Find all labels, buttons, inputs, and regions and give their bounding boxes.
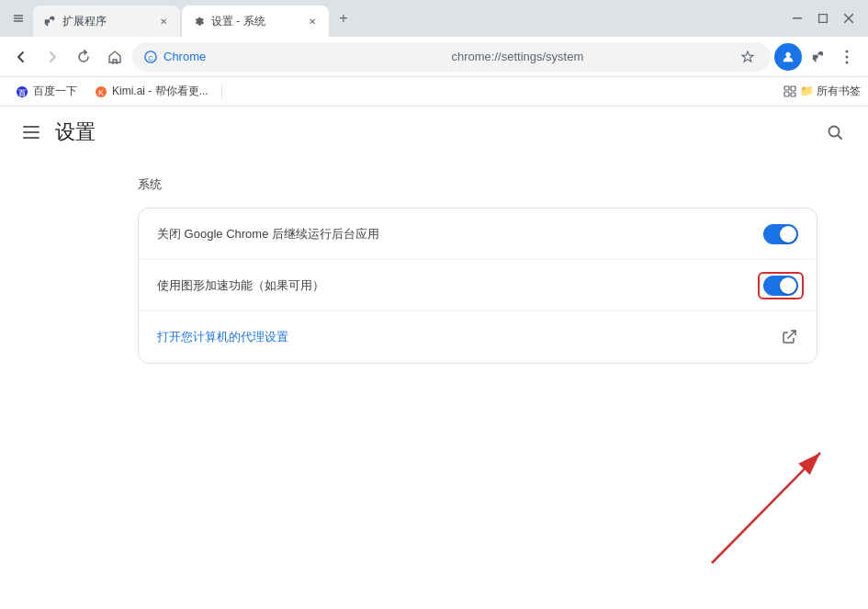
toolbar: C Chrome chrome://settings/system <box>0 37 868 77</box>
settings-favicon <box>191 14 206 28</box>
hardware-accel-label: 使用图形加速功能（如果可用） <box>157 277 763 294</box>
settings-main: 系统 关闭 Google Chrome 后继续运行后台应用 使用图形加速功能（如… <box>101 158 868 609</box>
all-bookmarks[interactable]: 📁 所有书签 <box>783 84 861 99</box>
maximize-button[interactable] <box>811 6 835 30</box>
extensions-tab-close[interactable]: ✕ <box>156 14 171 28</box>
svg-rect-19 <box>23 131 39 133</box>
window-controls <box>778 6 868 30</box>
svg-rect-0 <box>793 17 802 19</box>
site-name: Chrome <box>163 50 443 63</box>
svg-text:百: 百 <box>18 88 26 96</box>
home-button[interactable] <box>101 43 129 71</box>
address-actions <box>736 45 760 69</box>
settings-tab-close[interactable]: ✕ <box>305 14 320 28</box>
background-apps-row: 关闭 Google Chrome 后继续运行后台应用 <box>139 209 817 260</box>
close-button[interactable] <box>837 6 861 30</box>
proxy-settings-row: 打开您计算机的代理设置 <box>139 311 817 363</box>
svg-text:K: K <box>98 87 104 96</box>
settings-page-title: 设置 <box>55 118 96 146</box>
settings-tab-title: 设置 - 系统 <box>211 14 299 29</box>
svg-point-7 <box>846 50 849 52</box>
forward-button[interactable] <box>39 43 66 71</box>
svg-rect-20 <box>23 137 39 139</box>
background-apps-toggle-thumb <box>780 226 796 242</box>
svg-rect-16 <box>791 86 795 91</box>
proxy-settings-label[interactable]: 打开您计算机的代理设置 <box>157 329 780 345</box>
extensions-favicon <box>42 14 57 28</box>
bookmark-kimi-label: Kimi.ai - 帮你看更... <box>112 84 209 99</box>
svg-point-8 <box>846 55 849 58</box>
svg-text:C: C <box>148 53 153 62</box>
bookmark-baidu[interactable]: 百 百度一下 <box>7 80 85 103</box>
menu-toggle-button[interactable] <box>18 119 44 145</box>
bookmark-star-button[interactable] <box>736 45 760 69</box>
background-apps-toggle[interactable] <box>763 224 798 244</box>
profile-button[interactable] <box>774 43 802 71</box>
bookmarks-bar: 百 百度一下 K Kimi.ai - 帮你看更... 📁 所有书签 <box>0 77 868 107</box>
section-title: 系统 <box>138 176 831 193</box>
external-link-icon <box>780 328 798 346</box>
page-content: 设置 系统 关闭 Google Chrome 后继续运行后台应用 <box>0 107 868 609</box>
hardware-accel-toggle-thumb <box>780 277 796 294</box>
settings-card: 关闭 Google Chrome 后继续运行后台应用 使用图形加速功能（如果可用… <box>138 208 817 364</box>
svg-rect-1 <box>819 15 828 23</box>
tab-list-button[interactable] <box>11 11 26 26</box>
svg-point-9 <box>846 61 849 63</box>
new-tab-button[interactable]: + <box>331 6 356 31</box>
minimize-button[interactable] <box>785 6 809 30</box>
tab-bar: 扩展程序 ✕ 设置 - 系统 ✕ + <box>0 0 868 37</box>
svg-rect-17 <box>791 93 795 96</box>
svg-line-22 <box>838 135 841 139</box>
address-url: chrome://settings/system <box>452 50 731 63</box>
bookmarks-divider <box>221 85 222 99</box>
svg-rect-15 <box>784 92 789 96</box>
background-apps-label: 关闭 Google Chrome 后继续运行后台应用 <box>157 226 763 242</box>
baidu-favicon: 百 <box>15 85 29 99</box>
settings-search-button[interactable] <box>820 118 850 147</box>
tab-controls-left <box>6 0 31 37</box>
hardware-accel-row: 使用图形加速功能（如果可用） <box>139 260 817 311</box>
extensions-tab[interactable]: 扩展程序 ✕ <box>33 6 180 37</box>
hardware-accel-toggle[interactable] <box>763 276 798 296</box>
svg-rect-18 <box>23 126 39 128</box>
settings-header: 设置 <box>0 107 868 158</box>
bookmark-kimi[interactable]: K Kimi.ai - 帮你看更... <box>86 80 216 103</box>
settings-body: 系统 关闭 Google Chrome 后继续运行后台应用 使用图形加速功能（如… <box>0 158 868 609</box>
kimi-favicon: K <box>94 85 108 99</box>
svg-rect-14 <box>784 86 789 90</box>
extensions-tab-title: 扩展程序 <box>62 14 151 29</box>
svg-point-6 <box>785 51 790 56</box>
browser-window: 扩展程序 ✕ 设置 - 系统 ✕ + <box>0 0 868 609</box>
all-bookmarks-label: 📁 所有书签 <box>800 84 861 99</box>
site-security-icon: C <box>143 50 158 64</box>
extensions-toolbar-button[interactable] <box>804 43 831 71</box>
address-bar[interactable]: C Chrome chrome://settings/system <box>132 42 771 72</box>
back-button[interactable] <box>7 43 35 71</box>
reload-button[interactable] <box>70 43 97 71</box>
toolbar-right <box>774 43 861 71</box>
settings-page: 设置 系统 关闭 Google Chrome 后继续运行后台应用 <box>0 107 868 609</box>
more-menu-button[interactable] <box>833 43 861 71</box>
bookmark-baidu-label: 百度一下 <box>33 84 77 99</box>
settings-tab[interactable]: 设置 - 系统 ✕ <box>182 6 329 37</box>
